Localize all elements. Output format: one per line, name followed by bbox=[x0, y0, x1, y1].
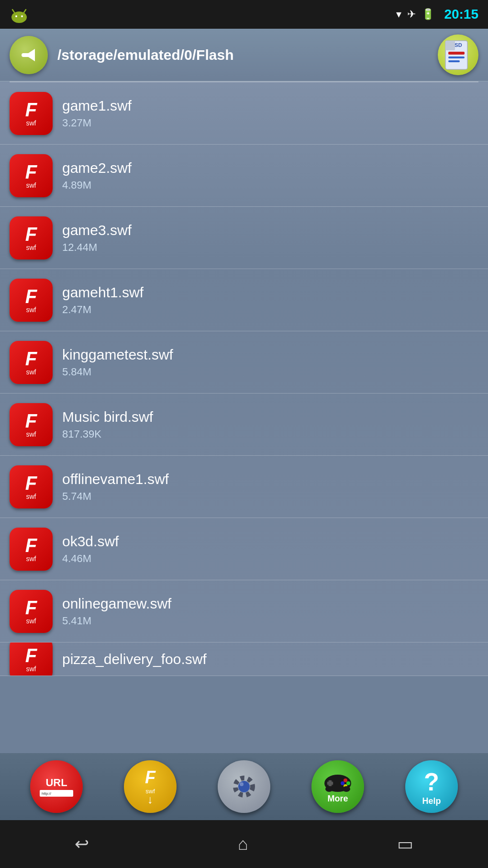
back-system-button[interactable]: ↩ bbox=[75, 834, 89, 854]
flash-button[interactable]: F swf ↓ bbox=[124, 760, 177, 813]
time-display: 20:15 bbox=[444, 7, 478, 22]
back-button[interactable] bbox=[10, 36, 48, 74]
svg-line-3 bbox=[12, 10, 14, 12]
file-info-8: onlinegamew.swf 5.41M bbox=[62, 596, 171, 627]
bottom-nav: URL http:// F swf ↓ bbox=[0, 753, 488, 820]
recents-system-button[interactable]: ▭ bbox=[397, 834, 413, 854]
svg-point-28 bbox=[343, 786, 350, 792]
svg-rect-10 bbox=[448, 56, 465, 58]
swf-icon-5: F swf bbox=[10, 403, 53, 446]
file-info-5: Music bird.swf 817.39K bbox=[62, 409, 153, 440]
airplane-icon: ✈ bbox=[407, 8, 416, 21]
svg-point-18 bbox=[240, 782, 244, 786]
file-item-5[interactable]: F swf Music bird.swf 817.39K bbox=[0, 394, 488, 456]
svg-point-2 bbox=[21, 15, 23, 17]
svg-rect-6 bbox=[22, 53, 32, 57]
svg-rect-9 bbox=[448, 52, 465, 55]
svg-point-27 bbox=[325, 786, 333, 792]
swf-icon-4: F swf bbox=[10, 341, 53, 384]
more-button[interactable]: More bbox=[311, 760, 364, 813]
file-info-2: game3.swf 12.44M bbox=[62, 222, 132, 254]
svg-point-1 bbox=[15, 15, 17, 17]
file-item-6[interactable]: F swf offlinevame1.swf 5.74M bbox=[0, 456, 488, 518]
svg-rect-11 bbox=[448, 60, 460, 62]
current-path: /storage/emulated/0/Flash bbox=[57, 47, 428, 63]
file-info-7: ok3d.swf 4.46M bbox=[62, 533, 119, 565]
svg-rect-26 bbox=[329, 780, 332, 786]
battery-icon: 🔋 bbox=[421, 8, 434, 21]
svg-text:SD: SD bbox=[455, 42, 462, 48]
system-bar: ↩ ⌂ ▭ bbox=[0, 820, 488, 868]
settings-circle bbox=[218, 760, 270, 813]
file-item-1[interactable]: F swf game2.swf 4.89M bbox=[0, 145, 488, 207]
file-info-9: pizza_delivery_foo.swf bbox=[62, 651, 207, 667]
file-item-9-partial[interactable]: F swf pizza_delivery_foo.swf bbox=[0, 643, 488, 676]
url-button[interactable]: URL http:// bbox=[30, 760, 83, 813]
gamepad-content: More bbox=[322, 770, 354, 804]
svg-line-4 bbox=[24, 10, 26, 12]
swf-icon-0: F swf bbox=[10, 92, 53, 135]
file-item-7[interactable]: F swf ok3d.swf 4.46M bbox=[0, 518, 488, 580]
file-item-4[interactable]: F swf kinggametest.swf 5.84M bbox=[0, 331, 488, 394]
help-circle: ? Help bbox=[405, 760, 458, 813]
home-system-button[interactable]: ⌂ bbox=[238, 834, 248, 854]
file-item-3[interactable]: F swf gameht1.swf 2.47M bbox=[0, 269, 488, 331]
wifi-icon: ▾ bbox=[396, 8, 401, 21]
file-info-6: offlinevame1.swf 5.74M bbox=[62, 471, 169, 503]
swf-icon-2: F swf bbox=[10, 216, 53, 259]
swf-icon-3: F swf bbox=[10, 279, 53, 322]
settings-button[interactable] bbox=[218, 760, 270, 813]
header: /storage/emulated/0/Flash SD bbox=[0, 29, 488, 81]
status-bar: ▾ ✈ 🔋 20:15 bbox=[0, 0, 488, 29]
url-circle: URL http:// bbox=[30, 760, 83, 813]
svg-point-21 bbox=[344, 778, 347, 782]
android-logo bbox=[10, 6, 29, 29]
swf-icon-8: F swf bbox=[10, 590, 53, 633]
url-bar: http:// bbox=[40, 790, 73, 797]
file-item-0[interactable]: F swf game1.swf 3.27M bbox=[0, 82, 488, 145]
sd-card-button[interactable]: SD bbox=[438, 34, 478, 75]
file-info-3: gameht1.swf 2.47M bbox=[62, 284, 144, 316]
file-item-2[interactable]: F swf game3.swf 12.44M bbox=[0, 207, 488, 269]
svg-point-17 bbox=[238, 781, 250, 792]
svg-point-0 bbox=[11, 11, 27, 23]
swf-icon-9: F swf bbox=[10, 643, 53, 676]
file-info-4: kinggametest.swf 5.84M bbox=[62, 347, 173, 378]
file-item-8[interactable]: F swf onlinegamew.swf 5.41M bbox=[0, 580, 488, 643]
flash-content: F swf ↓ bbox=[145, 767, 155, 806]
swf-icon-1: F swf bbox=[10, 154, 53, 197]
svg-rect-8 bbox=[445, 41, 455, 50]
help-button[interactable]: ? Help bbox=[405, 760, 458, 813]
url-content: URL http:// bbox=[40, 777, 73, 797]
more-circle: More bbox=[311, 760, 364, 813]
svg-point-22 bbox=[346, 781, 350, 785]
svg-point-24 bbox=[341, 781, 344, 785]
swf-icon-7: F swf bbox=[10, 528, 53, 571]
file-list: F swf game1.swf 3.27M F swf game2.swf 4.… bbox=[0, 81, 488, 676]
file-info-1: game2.swf 4.89M bbox=[62, 160, 132, 192]
flash-circle: F swf ↓ bbox=[124, 760, 177, 813]
file-info-0: game1.swf 3.27M bbox=[62, 98, 132, 129]
swf-icon-6: F swf bbox=[10, 465, 53, 508]
